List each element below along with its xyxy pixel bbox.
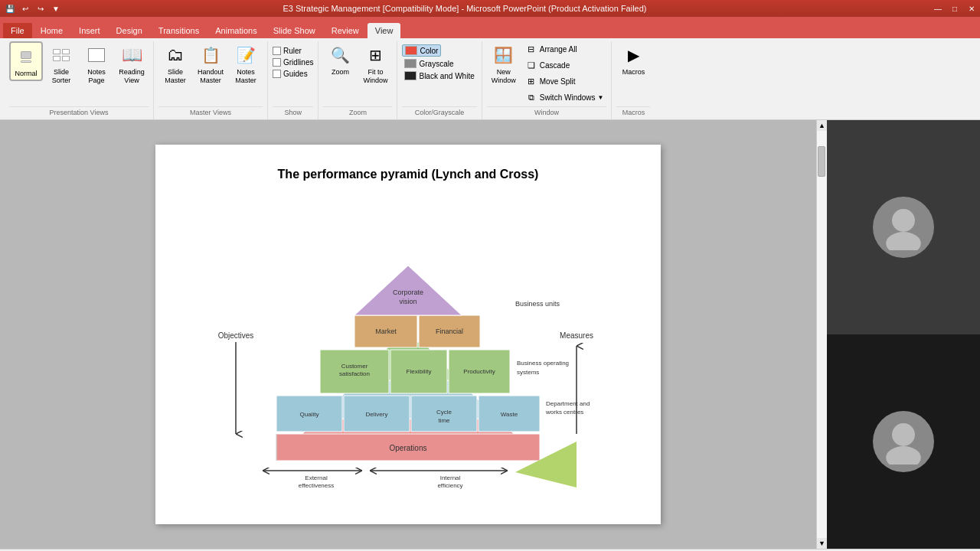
- scroll-thumb[interactable]: [818, 146, 825, 177]
- move-split-icon: ⊞: [525, 75, 537, 87]
- group-label-zoom: Zoom: [323, 106, 392, 116]
- pyramid-diagram: Corporate vision Market Financial Custom…: [186, 189, 630, 495]
- show-checkboxes: Ruler Gridlines Guides: [273, 41, 313, 105]
- svg-text:satisfaction: satisfaction: [339, 370, 370, 377]
- svg-text:Business units: Business units: [515, 300, 560, 308]
- color-option[interactable]: Color: [402, 44, 441, 57]
- zoom-icon: 🔍: [328, 43, 352, 67]
- tab-slideshow[interactable]: Slide Show: [266, 23, 323, 38]
- slide-area: The performance pyramid (Lynch and Cross…: [0, 120, 816, 549]
- svg-text:Department and: Department and: [546, 400, 590, 407]
- svg-text:External: External: [305, 474, 328, 481]
- group-show: Ruler Gridlines Guides Show: [268, 41, 318, 119]
- gridlines-checkbox[interactable]: Gridlines: [273, 58, 313, 67]
- avatar-icon-1: [880, 204, 926, 250]
- ruler-check-icon: [273, 47, 281, 55]
- svg-point-45: [892, 209, 915, 232]
- quick-access-toolbar[interactable]: 💾 ↩ ↪ ▼: [0, 0, 63, 17]
- scroll-down-btn[interactable]: ▼: [817, 538, 828, 549]
- black-white-option[interactable]: Black and White: [402, 70, 476, 81]
- switch-windows-icon: ⧉: [525, 91, 537, 103]
- svg-text:efficiency: efficiency: [437, 482, 462, 489]
- color-swatch: [405, 46, 417, 55]
- ruler-label: Ruler: [283, 47, 302, 55]
- bw-swatch: [404, 71, 416, 80]
- notes-page-button[interactable]: Notes Page: [80, 41, 113, 86]
- group-label-master-views: Master Views: [158, 106, 263, 116]
- ruler-checkbox[interactable]: Ruler: [273, 47, 302, 55]
- zoom-button[interactable]: 🔍 Zoom: [323, 41, 357, 78]
- arrange-all-label: Arrange All: [540, 45, 577, 54]
- slide-sorter-button[interactable]: Slide Sorter: [44, 41, 78, 86]
- group-label-window: Window: [487, 106, 607, 116]
- slide-master-button[interactable]: 🗂 Slide Master: [158, 41, 192, 86]
- group-master-views: 🗂 Slide Master 📋 Handout Master 📝 Notes …: [154, 41, 268, 119]
- slide-master-icon: 🗂: [163, 43, 188, 67]
- notes-page-icon: [84, 43, 109, 67]
- window-controls[interactable]: — □ ✕: [929, 0, 980, 17]
- new-window-button[interactable]: 🪟 New Window: [487, 41, 521, 86]
- slide-master-label: Slide Master: [160, 68, 191, 85]
- notes-master-label: Notes Master: [230, 68, 261, 85]
- svg-text:Waste: Waste: [501, 411, 518, 418]
- guides-checkbox[interactable]: Guides: [273, 70, 308, 78]
- vertical-scrollbar[interactable]: ▲ ▼: [816, 120, 827, 549]
- tab-transitions[interactable]: Transitions: [151, 23, 207, 38]
- tab-home[interactable]: Home: [33, 23, 70, 38]
- redo-btn[interactable]: ↪: [34, 2, 47, 15]
- color-label: Color: [420, 47, 438, 55]
- normal-view-icon: [14, 44, 38, 69]
- svg-text:systems: systems: [517, 369, 539, 376]
- slide-sorter-label: Slide Sorter: [46, 68, 77, 85]
- qat-more[interactable]: ▼: [49, 2, 63, 15]
- svg-text:Measures: Measures: [560, 331, 593, 340]
- scroll-up-btn[interactable]: ▲: [817, 120, 828, 131]
- tab-file[interactable]: File: [3, 23, 32, 38]
- undo-btn[interactable]: ↩: [18, 2, 32, 15]
- group-color-grayscale: Color Grayscale Black and White Color/Gr…: [397, 41, 482, 119]
- switch-windows-button[interactable]: ⧉ Switch Windows ▼: [522, 90, 607, 105]
- reading-view-button[interactable]: 📖 Reading View: [115, 41, 149, 86]
- notes-page-label: Notes Page: [81, 68, 112, 85]
- handout-master-button[interactable]: 📋 Handout Master: [194, 41, 227, 86]
- slide-title: The performance pyramid (Lynch and Cross…: [171, 168, 645, 181]
- color-options: Color Grayscale Black and White: [402, 41, 476, 105]
- scroll-track[interactable]: [817, 131, 827, 538]
- svg-text:Quality: Quality: [300, 411, 319, 418]
- user-top: [827, 120, 980, 334]
- normal-view-button[interactable]: Normal: [9, 41, 43, 81]
- reading-view-icon: 📖: [119, 43, 144, 67]
- notes-master-button[interactable]: 📝 Notes Master: [229, 41, 263, 86]
- new-window-icon: 🪟: [492, 43, 516, 67]
- grayscale-option[interactable]: Grayscale: [402, 58, 456, 69]
- svg-text:Financial: Financial: [436, 328, 463, 335]
- fit-window-button[interactable]: ⊞ Fit to Window: [358, 41, 392, 86]
- notes-master-icon: 📝: [234, 43, 258, 67]
- tab-insert[interactable]: Insert: [71, 23, 108, 38]
- group-label-macros: Macros: [616, 106, 650, 116]
- tab-review[interactable]: Review: [324, 23, 367, 38]
- close-btn[interactable]: ✕: [963, 0, 980, 17]
- group-label-show: Show: [273, 106, 313, 116]
- window-title: E3 Strategic Management [Compatibility M…: [0, 4, 929, 13]
- save-btn[interactable]: 💾: [3, 2, 17, 15]
- tab-design[interactable]: Design: [109, 23, 150, 38]
- zoom-label: Zoom: [332, 68, 349, 77]
- tab-view[interactable]: View: [368, 23, 401, 38]
- arrange-all-button[interactable]: ⊟ Arrange All: [522, 41, 607, 57]
- arrange-all-icon: ⊟: [525, 43, 537, 55]
- ribbon-tab-bar: File Home Insert Design Transitions Anim…: [0, 17, 980, 38]
- svg-text:Cycle: Cycle: [436, 409, 452, 416]
- cascade-button[interactable]: ❏ Cascade: [522, 57, 607, 73]
- guides-check-icon: [273, 70, 281, 78]
- tab-animations[interactable]: Animations: [207, 23, 264, 38]
- maximize-btn[interactable]: □: [946, 0, 963, 17]
- handout-master-label: Handout Master: [195, 68, 226, 85]
- avatar-icon-2: [880, 419, 926, 465]
- gridlines-label: Gridlines: [283, 58, 313, 67]
- ribbon: File Home Insert Design Transitions Anim…: [0, 17, 980, 120]
- macros-button[interactable]: ▶ Macros: [616, 41, 650, 78]
- move-split-button[interactable]: ⊞ Move Split: [522, 73, 607, 89]
- svg-text:Delivery: Delivery: [366, 411, 388, 418]
- minimize-btn[interactable]: —: [929, 0, 946, 17]
